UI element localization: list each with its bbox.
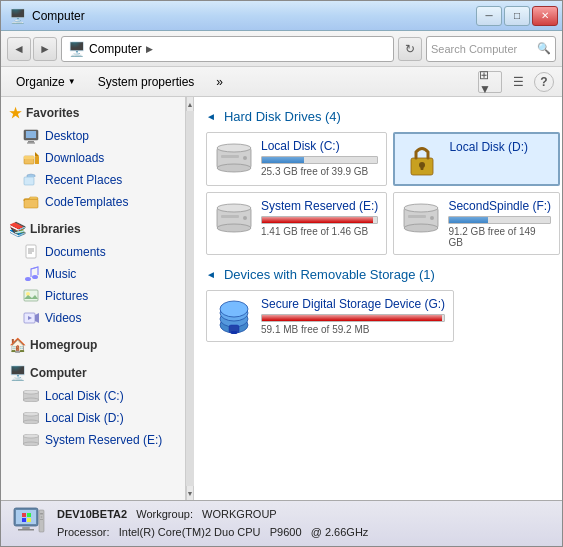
removable-section-title: Devices with Removable Storage (1) [224,267,435,282]
drive-f-bar [448,216,551,224]
removable-collapse-icon[interactable]: ◄ [206,269,216,280]
sidebar-item-c-drive[interactable]: Local Disk (C:) [1,385,185,407]
drive-c[interactable]: Local Disk (C:) 25.3 GB free of 39.9 GB [206,132,387,186]
svg-point-32 [217,144,251,152]
drive-c-bar-fill [262,157,304,163]
drive-f[interactable]: SecondSpindle (F:) 91.2 GB free of 149 G… [393,192,560,255]
help-button[interactable]: ? [534,72,554,92]
scroll-up-arrow[interactable]: ▲ [186,97,194,111]
svg-point-23 [23,390,39,394]
homegroup-label: Homegroup [30,338,97,352]
workgroup-value: WORKGROUP [202,508,277,520]
computer-section: 🖥️ Computer Local Disk (C:) Local Disk (… [1,361,185,451]
drive-c-free: 25.3 GB free of 39.9 GB [261,166,378,177]
drive-c-icon [215,139,253,177]
sidebar: ★ Favorites Desktop Downloads [1,97,186,500]
drive-e-bar-fill [262,217,373,223]
organize-button[interactable]: Organize ▼ [9,72,83,92]
status-line1: DEV10BETA2 Workgroup: WORKGROUP [57,506,368,524]
back-button[interactable]: ◄ [7,37,31,61]
sidebar-item-desktop[interactable]: Desktop [1,125,185,147]
homegroup-section: 🏠 Homegroup [1,333,185,357]
svg-rect-66 [40,519,43,520]
svg-point-65 [41,516,43,518]
more-options-button[interactable]: » [209,72,230,92]
system-properties-button[interactable]: System properties [91,72,202,92]
hdd-section-header: ◄ Hard Disk Drives (4) [206,109,550,124]
favorites-section: ★ Favorites Desktop Downloads [1,101,185,213]
sidebar-item-d-drive[interactable]: Local Disk (D:) [1,407,185,429]
homegroup-header[interactable]: 🏠 Homegroup [1,333,185,357]
breadcrumb-text: Computer [89,42,142,56]
breadcrumb-bar[interactable]: 🖥️ Computer ▶ [61,36,394,62]
search-bar[interactable]: Search Computer 🔍 [426,36,556,62]
e-drive-icon [23,432,39,448]
computer-section-header[interactable]: 🖥️ Computer [1,361,185,385]
libraries-section: 📚 Libraries Documents Music [1,217,185,329]
organize-dropdown-icon: ▼ [68,77,76,86]
svg-rect-1 [26,131,36,138]
drive-f-name: SecondSpindle (F:) [448,199,551,213]
refresh-button[interactable]: ↻ [398,37,422,61]
drive-d[interactable]: Local Disk (D:) [393,132,560,186]
svg-rect-64 [40,513,43,515]
drive-g-bar-fill [262,315,442,321]
svg-point-33 [217,164,251,172]
svg-point-41 [217,224,251,232]
svg-point-29 [23,434,39,438]
drive-g-bar [261,314,445,322]
sidebar-item-pictures[interactable]: Pictures [1,285,185,307]
sidebar-item-e-drive[interactable]: System Reserved (E:) [1,429,185,451]
sidebar-item-recent-places[interactable]: Recent Places [1,169,185,191]
svg-rect-58 [27,513,31,517]
close-button[interactable]: ✕ [532,6,558,26]
sidebar-desktop-label: Desktop [45,129,89,143]
favorites-header[interactable]: ★ Favorites [1,101,185,125]
sidebar-scrollbar[interactable]: ▲ ▼ [186,97,194,500]
hdd-collapse-icon[interactable]: ◄ [206,111,216,122]
forward-button[interactable]: ► [33,37,57,61]
drive-g[interactable]: Secure Digital Storage Device (G:) 59.1 … [206,290,454,342]
removable-drive-grid: Secure Digital Storage Device (G:) 59.1 … [206,290,550,342]
status-bar: DEV10BETA2 Workgroup: WORKGROUP Processo… [1,500,562,546]
drive-e-icon [215,199,253,237]
preview-pane-button[interactable]: ☰ [506,71,530,93]
sidebar-videos-label: Videos [45,311,81,325]
svg-point-24 [23,398,39,402]
window-icon: 🖥️ [9,8,26,24]
svg-rect-5 [24,156,34,159]
svg-rect-43 [221,215,239,218]
favorites-star-icon: ★ [9,105,22,121]
drive-g-name: Secure Digital Storage Device (G:) [261,297,445,311]
workgroup-label: Workgroup: [136,508,193,520]
svg-point-52 [220,301,248,317]
favorites-label: Favorites [26,106,79,120]
svg-rect-7 [35,156,39,164]
sidebar-item-videos[interactable]: Videos [1,307,185,329]
view-toggle-button[interactable]: ⊞ ▼ [478,71,502,93]
svg-rect-48 [408,215,426,218]
sidebar-item-codetemplates[interactable]: CodeTemplates [1,191,185,213]
scroll-down-arrow[interactable]: ▼ [186,486,194,500]
sidebar-e-drive-label: System Reserved (E:) [45,433,162,447]
sidebar-item-music[interactable]: Music [1,263,185,285]
svg-point-46 [404,224,438,232]
address-bar: ◄ ► 🖥️ Computer ▶ ↻ Search Computer 🔍 [1,31,562,67]
drive-e-name: System Reserved (E:) [261,199,378,213]
drive-e[interactable]: System Reserved (E:) 1.41 GB free of 1.4… [206,192,387,255]
more-label: » [216,75,223,89]
drive-f-bar-fill [449,217,487,223]
system-properties-label: System properties [98,75,195,89]
svg-rect-62 [18,529,34,531]
window-title: Computer [32,9,85,23]
toolbar-right: ⊞ ▼ ☰ ? [478,71,554,93]
computer-label: Computer [30,366,87,380]
status-info: DEV10BETA2 Workgroup: WORKGROUP Processo… [57,506,368,541]
minimize-button[interactable]: ─ [476,6,502,26]
sidebar-item-documents[interactable]: Documents [1,241,185,263]
svg-rect-54 [231,331,237,334]
svg-rect-9 [24,199,38,208]
maximize-button[interactable]: □ [504,6,530,26]
sidebar-item-downloads[interactable]: Downloads [1,147,185,169]
libraries-header[interactable]: 📚 Libraries [1,217,185,241]
